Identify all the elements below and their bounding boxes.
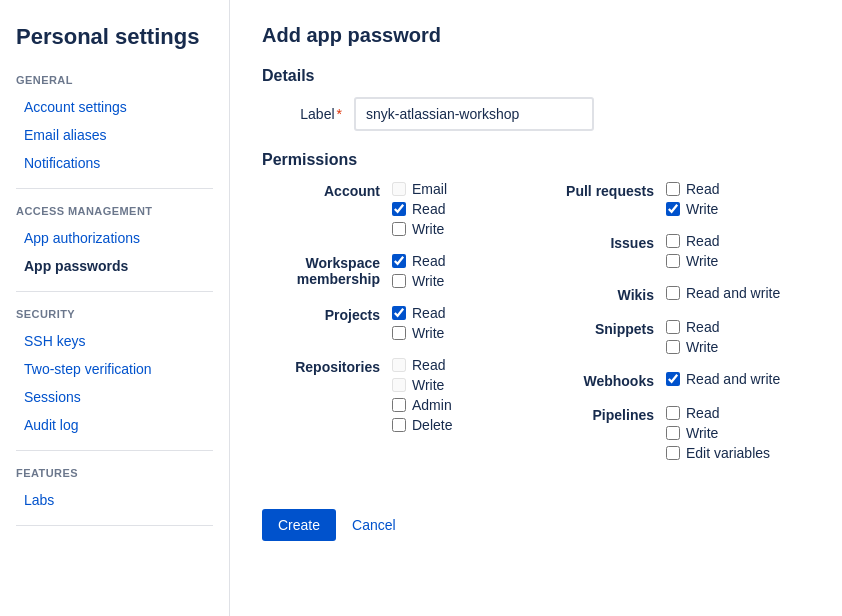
sidebar-item-ssh-keys[interactable]: SSH keys bbox=[16, 328, 213, 354]
checkbox-right-1-0[interactable] bbox=[666, 234, 680, 248]
sidebar-item-account-settings[interactable]: Account settings bbox=[16, 94, 213, 120]
nav-section-label-1: ACCESS MANAGEMENT bbox=[16, 205, 213, 217]
check-item-right-2-0: Read and write bbox=[666, 285, 780, 301]
create-button[interactable]: Create bbox=[262, 509, 336, 541]
perm-checks-col-0: EmailReadWrite bbox=[392, 181, 447, 237]
sidebar-item-email-aliases[interactable]: Email aliases bbox=[16, 122, 213, 148]
sidebar-item-app-authorizations[interactable]: App authorizations bbox=[16, 225, 213, 251]
perm-checks-col-2: ReadWrite bbox=[392, 305, 445, 341]
check-item-left-3-3: Delete bbox=[392, 417, 452, 433]
right-perm-row-2: WikisRead and write bbox=[556, 285, 810, 303]
nav-divider-0 bbox=[16, 188, 213, 189]
checkbox-left-1-1[interactable] bbox=[392, 274, 406, 288]
sidebar-item-audit-log[interactable]: Audit log bbox=[16, 412, 213, 438]
checkbox-label-left-3-0: Read bbox=[412, 357, 445, 373]
checkbox-right-5-2[interactable] bbox=[666, 446, 680, 460]
right-perm-group-0: Pull requestsReadWrite bbox=[556, 181, 810, 217]
nav-section-label-0: GENERAL bbox=[16, 74, 213, 86]
perm-row-1: Workspace membershipReadWrite bbox=[262, 253, 516, 289]
right-perm-group-1: IssuesReadWrite bbox=[556, 233, 810, 269]
check-item-right-5-1: Write bbox=[666, 425, 770, 441]
checkbox-label-left-0-0: Email bbox=[412, 181, 447, 197]
checkbox-left-0-1[interactable] bbox=[392, 202, 406, 216]
checkbox-label-left-3-1: Write bbox=[412, 377, 444, 393]
perm-row-2: ProjectsReadWrite bbox=[262, 305, 516, 341]
sidebar-item-app-passwords[interactable]: App passwords bbox=[16, 253, 213, 279]
checkbox-left-1-0[interactable] bbox=[392, 254, 406, 268]
check-item-left-0-0: Email bbox=[392, 181, 447, 197]
checkbox-label-right-4-0: Read and write bbox=[686, 371, 780, 387]
checkbox-label-right-0-1: Write bbox=[686, 201, 718, 217]
right-perm-checks-col-3: ReadWrite bbox=[666, 319, 719, 355]
checkbox-right-4-0[interactable] bbox=[666, 372, 680, 386]
checkbox-right-0-0[interactable] bbox=[666, 182, 680, 196]
checkbox-left-0-2[interactable] bbox=[392, 222, 406, 236]
sidebar-item-sessions[interactable]: Sessions bbox=[16, 384, 213, 410]
checkbox-right-0-1[interactable] bbox=[666, 202, 680, 216]
nav-section-label-3: FEATURES bbox=[16, 467, 213, 479]
checkbox-left-3-3[interactable] bbox=[392, 418, 406, 432]
sidebar-item-two-step-verification[interactable]: Two-step verification bbox=[16, 356, 213, 382]
right-perm-row-0: Pull requestsReadWrite bbox=[556, 181, 810, 217]
cancel-button[interactable]: Cancel bbox=[348, 509, 400, 541]
perm-group-title-2: Projects bbox=[262, 305, 392, 323]
checkbox-right-5-0[interactable] bbox=[666, 406, 680, 420]
perm-checks-col-1: ReadWrite bbox=[392, 253, 445, 289]
label-row: Label* bbox=[262, 97, 810, 131]
sidebar-item-labs[interactable]: Labs bbox=[16, 487, 213, 513]
check-item-right-0-1: Write bbox=[666, 201, 719, 217]
nav-divider-3 bbox=[16, 525, 213, 526]
perm-group-title-0: Account bbox=[262, 181, 392, 199]
checkbox-label-right-3-1: Write bbox=[686, 339, 718, 355]
label-field-label: Label* bbox=[262, 106, 342, 122]
checkbox-right-1-1[interactable] bbox=[666, 254, 680, 268]
check-item-left-1-0: Read bbox=[392, 253, 445, 269]
check-item-left-3-0: Read bbox=[392, 357, 452, 373]
left-perm-group-0: AccountEmailReadWrite bbox=[262, 181, 516, 237]
check-item-right-1-1: Write bbox=[666, 253, 719, 269]
checkbox-right-5-1[interactable] bbox=[666, 426, 680, 440]
checkbox-left-3-2[interactable] bbox=[392, 398, 406, 412]
checkbox-label-right-5-1: Write bbox=[686, 425, 718, 441]
permissions-section: Permissions AccountEmailReadWriteWorkspa… bbox=[262, 151, 810, 477]
checkbox-left-3-1[interactable] bbox=[392, 378, 406, 392]
checkbox-right-3-0[interactable] bbox=[666, 320, 680, 334]
right-perm-row-5: PipelinesReadWriteEdit variables bbox=[556, 405, 810, 461]
right-perm-group-2: WikisRead and write bbox=[556, 285, 810, 303]
checkbox-left-0-0[interactable] bbox=[392, 182, 406, 196]
details-section: Details Label* bbox=[262, 67, 810, 131]
check-item-right-5-0: Read bbox=[666, 405, 770, 421]
sidebar-item-notifications[interactable]: Notifications bbox=[16, 150, 213, 176]
checkbox-label-right-0-0: Read bbox=[686, 181, 719, 197]
check-item-left-2-0: Read bbox=[392, 305, 445, 321]
checkbox-left-2-0[interactable] bbox=[392, 306, 406, 320]
right-perm-group-5: PipelinesReadWriteEdit variables bbox=[556, 405, 810, 461]
check-item-left-1-1: Write bbox=[392, 273, 445, 289]
check-item-right-3-1: Write bbox=[666, 339, 719, 355]
checkbox-right-3-1[interactable] bbox=[666, 340, 680, 354]
checkbox-label-left-1-0: Read bbox=[412, 253, 445, 269]
perm-row-0: AccountEmailReadWrite bbox=[262, 181, 516, 237]
main-content: Add app password Details Label* Permissi… bbox=[230, 0, 842, 616]
check-item-left-0-1: Read bbox=[392, 201, 447, 217]
checkbox-label-left-3-2: Admin bbox=[412, 397, 452, 413]
left-perm-group-1: Workspace membershipReadWrite bbox=[262, 253, 516, 289]
right-perm-group-title-5: Pipelines bbox=[556, 405, 666, 423]
checkbox-left-3-0[interactable] bbox=[392, 358, 406, 372]
check-item-right-3-0: Read bbox=[666, 319, 719, 335]
right-perm-checks-col-0: ReadWrite bbox=[666, 181, 719, 217]
checkbox-right-2-0[interactable] bbox=[666, 286, 680, 300]
check-item-left-0-2: Write bbox=[392, 221, 447, 237]
label-input[interactable] bbox=[354, 97, 594, 131]
checkbox-label-right-3-0: Read bbox=[686, 319, 719, 335]
checkbox-left-2-1[interactable] bbox=[392, 326, 406, 340]
sidebar: Personal settings GENERALAccount setting… bbox=[0, 0, 230, 616]
right-perm-checks-col-4: Read and write bbox=[666, 371, 780, 387]
details-label: Details bbox=[262, 67, 810, 85]
right-perm-checks-col-5: ReadWriteEdit variables bbox=[666, 405, 770, 461]
right-perm-group-title-1: Issues bbox=[556, 233, 666, 251]
check-item-right-1-0: Read bbox=[666, 233, 719, 249]
checkbox-label-left-3-3: Delete bbox=[412, 417, 452, 433]
perm-row-3: RepositoriesReadWriteAdminDelete bbox=[262, 357, 516, 433]
right-perm-checks-col-2: Read and write bbox=[666, 285, 780, 301]
